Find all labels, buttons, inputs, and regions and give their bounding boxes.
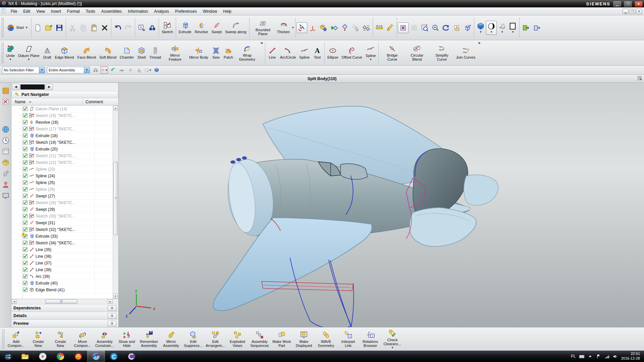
panel-dependencies[interactable]: DependenciesV [12, 304, 118, 312]
scroll-down-icon[interactable]: ▼ [113, 294, 118, 299]
doc-restore-button[interactable]: ❐ [629, 9, 635, 14]
ellipse-button[interactable]: Ellipse [326, 45, 340, 60]
menu-view[interactable]: View [33, 8, 48, 15]
rendering-style-button[interactable]: ▼ [486, 21, 497, 35]
perspective-button[interactable] [462, 22, 473, 33]
menu-analysis[interactable]: Analysis [151, 8, 172, 15]
bounded-plane-button[interactable]: Bounded Plane [251, 18, 275, 37]
doc-close-button[interactable]: ✕ [636, 9, 642, 14]
tree-row[interactable]: Spline (26) [12, 186, 113, 193]
shaded-select-button[interactable] [153, 66, 160, 74]
panel-details[interactable]: DetailsV [12, 312, 118, 319]
visibility-checkbox[interactable] [23, 267, 28, 272]
visibility-checkbox[interactable] [23, 120, 28, 124]
tree-row[interactable]: Spline (25) [12, 179, 113, 186]
tree-row[interactable]: Line (38) [12, 266, 113, 273]
visibility-checkbox[interactable] [23, 107, 28, 111]
visibility-checkbox[interactable] [23, 288, 28, 292]
relations-browser-button[interactable]: iRelations Browser [359, 329, 381, 349]
revolve-button[interactable]: Revolve [193, 20, 210, 35]
tree-row[interactable]: Sketch (22) "SKETC... [12, 159, 113, 166]
line-button[interactable]: Line [266, 45, 278, 60]
keyboard-tray-icon[interactable] [579, 354, 585, 359]
highlight-filter-button[interactable] [350, 22, 361, 33]
paste-button[interactable] [89, 22, 99, 33]
visibility-checkbox[interactable] [23, 167, 28, 171]
open-button[interactable] [43, 22, 54, 33]
process-studio-icon[interactable] [2, 170, 10, 178]
edit-object-display-button[interactable] [318, 22, 329, 33]
cut-button[interactable] [67, 22, 78, 33]
menu-assemblies[interactable]: Assemblies [98, 8, 125, 15]
save-button[interactable] [54, 22, 65, 33]
menu-window[interactable]: Window [200, 8, 220, 15]
wave-geometry-button[interactable]: WAVE Geometry [315, 329, 337, 349]
tree-row[interactable]: Swept (29) [12, 206, 113, 213]
visibility-checkbox[interactable] [23, 221, 28, 225]
menu-edit[interactable]: Edit [20, 8, 33, 15]
tree-row[interactable]: Extrude (40) [12, 280, 113, 287]
measure-angle-button[interactable] [385, 22, 395, 33]
extrude-button[interactable]: Extrude [177, 20, 193, 35]
find-in-navigator-button[interactable] [92, 66, 99, 74]
dropdown-arrow-icon[interactable]: ▼ [512, 31, 514, 34]
show-hidden-icons-arrow[interactable] [587, 354, 593, 359]
visibility-checkbox[interactable] [23, 274, 28, 279]
visibility-checkbox[interactable] [23, 241, 28, 245]
show-hide-filter-button[interactable] [329, 22, 339, 33]
scroll-right-icon[interactable]: ► [108, 299, 113, 304]
toolbar-overflow-icon[interactable]: » [260, 41, 264, 45]
minimize-button[interactable]: ▁ [613, 1, 621, 7]
tree-row[interactable]: Extrude (18) [12, 132, 113, 139]
menu-help[interactable]: Help [220, 8, 234, 15]
chevron-down-icon[interactable]: V [108, 321, 116, 326]
zoom-fit-disabled-button[interactable] [409, 22, 419, 33]
unite-button[interactable]: Unite▼ [4, 44, 16, 62]
tree-row[interactable]: Sketch (28) "SKETC... [12, 199, 113, 206]
spline-button[interactable]: Spline [298, 45, 311, 60]
tree-row[interactable]: Arc (39) [12, 273, 113, 280]
information-button[interactable]: i [136, 22, 147, 33]
add-component-button[interactable]: Add Compon... [5, 329, 27, 349]
menu-information[interactable]: Information [125, 8, 151, 15]
visibility-checkbox[interactable] [23, 187, 28, 191]
remember-assembly-button[interactable]: Remember Assembly [138, 329, 160, 349]
tree-row[interactable]: Swept (31) [12, 220, 113, 226]
copy-button[interactable] [78, 22, 89, 33]
cascade-window-button[interactable] [531, 22, 542, 33]
visibility-checkbox[interactable] [23, 234, 28, 238]
toolbar-overflow-icon[interactable]: » [477, 41, 481, 45]
point-on-curve-button[interactable] [127, 66, 134, 74]
search-button[interactable] [147, 22, 158, 33]
visibility-checkbox[interactable] [23, 113, 28, 118]
interpart-link-button[interactable]: iInterpart Link [337, 329, 359, 349]
show-and-hide-button[interactable]: Show and Hide [116, 329, 138, 349]
assembly-sequences-button[interactable]: Assembly Sequences [249, 329, 271, 349]
menu-tools[interactable]: Tools [83, 8, 98, 15]
thicken-button[interactable]: Thicken [275, 20, 292, 35]
simplify-curve-button[interactable]: Simplify Curve [429, 43, 454, 63]
view-orientation-button[interactable]: ▼ [475, 21, 486, 35]
selection-filter-combo[interactable]: No Selection Filter ▼ [2, 67, 45, 73]
tree-row[interactable]: Edge Blend (41) [12, 287, 113, 293]
thread-button[interactable]: Thread [148, 45, 163, 60]
tree-row[interactable]: Datum Plane (14) [12, 106, 113, 112]
action-center-flag-icon[interactable] [596, 354, 601, 359]
create-new-button[interactable]: Create New [27, 329, 49, 349]
rectangle-select-button[interactable]: ▼ [144, 66, 152, 74]
system-materials-icon[interactable] [2, 147, 10, 156]
toolbar-drag-handle[interactable] [1, 17, 4, 38]
background-button[interactable]: ▼ [507, 21, 518, 35]
fit-view-button[interactable] [398, 22, 409, 33]
sew-button[interactable]: Sew [210, 45, 222, 60]
edge-blend-button[interactable]: Edge Blend [53, 45, 76, 60]
visibility-checkbox[interactable] [23, 127, 28, 131]
collapsed-tab[interactable] [20, 84, 45, 89]
tree-row[interactable]: Revolve (16) [12, 119, 113, 126]
tree-row[interactable]: Sketch (15) "SKETC... [12, 112, 113, 119]
offset-curve-button[interactable]: Offset Curve [340, 45, 364, 60]
face-analysis-button[interactable]: ▼ [497, 21, 507, 35]
scrollbar-thumb[interactable] [113, 162, 118, 235]
internet-icon[interactable] [2, 125, 10, 133]
measure-distance-button[interactable] [374, 22, 385, 33]
